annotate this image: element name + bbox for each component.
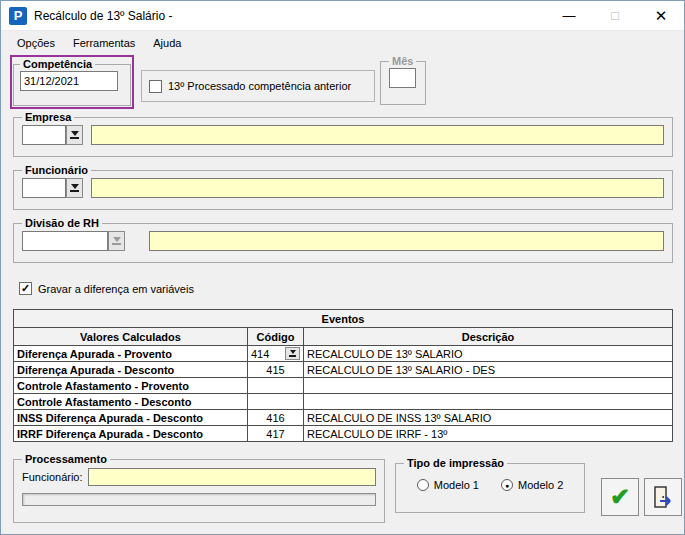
radio-circle-icon [417,479,429,491]
recalculo-window: P Recálculo de 13º Salário - — □ ✕ Opçõe… [0,0,685,535]
valores-cell: Controle Afastamento - Provento [14,378,248,394]
divisao-rh-name-input[interactable] [149,231,664,251]
dropdown-arrow-icon [71,184,79,189]
gravar-variaveis-checkbox[interactable]: ✓ [19,282,32,295]
competencia-highlight: Competência [10,55,134,109]
col-codigo: Código [248,328,304,346]
dialog-content: Competência 13º Processado competência a… [1,54,684,535]
evento-row: Diferença Apurada - Provento 414 RECALCU… [14,346,673,362]
evento-row: INSS Diferença Apurada - Desconto 416 RE… [14,410,673,426]
minimize-button[interactable]: — [546,1,592,30]
menubar: Opções Ferramentas Ajuda [1,31,684,54]
codigo-value: 414 [251,348,269,360]
codigo-cell [248,378,304,394]
col-valores-calculados: Valores Calculados [14,328,248,346]
maximize-icon: □ [611,8,619,23]
exit-button[interactable] [644,478,682,516]
competencia-label: Competência [20,58,95,70]
app-icon: P [9,7,27,25]
caption-buttons: — □ ✕ [546,1,684,30]
confirm-button[interactable]: ✔ [601,478,639,516]
eventos-title: Eventos [14,310,673,328]
progress-bar [22,493,376,506]
dropdown-underline-icon [70,190,79,192]
maximize-button[interactable]: □ [592,1,638,30]
empresa-name-input[interactable] [91,125,664,145]
radio-circle-icon: ● [501,479,513,491]
processamento-funcionario-label: Funcionário: [22,471,83,483]
codigo-cell: 414 [248,346,304,362]
mes-group: Mês [380,55,426,105]
eventos-table: Eventos Valores Calculados Código Descri… [13,309,673,442]
empresa-label: Empresa [22,111,74,123]
processamento-group: Processamento Funcionário: [13,453,385,523]
descricao-cell: RECALCULO DE IRRF - 13º [304,426,673,442]
confirm-check-icon: ✔ [610,485,630,509]
funcionario-group: Funcionário [13,164,673,210]
dropdown-underline-icon [112,243,121,245]
app-icon-letter: P [14,8,23,23]
funcionario-row [22,178,664,198]
descricao-cell: RECALCULO DE 13º SALARIO - DES [304,362,673,378]
descricao-cell: RECALCULO DE 13º SALARIO [304,346,673,362]
menu-opcoes[interactable]: Opções [8,34,64,52]
empresa-code-input[interactable] [22,125,66,145]
valores-cell: INSS Diferença Apurada - Desconto [14,410,248,426]
mes-input[interactable] [389,68,416,88]
divisao-rh-lookup-button [108,231,125,251]
competencia-group: Competência [13,58,131,106]
radio-modelo-2[interactable]: ● Modelo 2 [501,479,563,491]
competencia-input[interactable] [20,71,118,91]
gravar-variaveis-label: Gravar a diferença em variáveis [38,283,194,295]
dropdown-arrow-icon [71,131,79,136]
mes-label: Mês [389,55,416,67]
processamento-row: Funcionário: [22,468,376,486]
gravar-variaveis-row: ✓ Gravar a diferença em variáveis [19,282,194,295]
menu-ferramentas[interactable]: Ferramentas [64,34,144,52]
descricao-cell [304,378,673,394]
dropdown-underline-icon [70,137,79,139]
descricao-cell: RECALCULO DE INSS 13º SALARIO [304,410,673,426]
funcionario-code-input[interactable] [22,178,66,198]
col-descricao: Descrição [304,328,673,346]
valores-cell: Controle Afastamento - Desconto [14,394,248,410]
tipo-impressao-group: Tipo de impressão Modelo 1 ● Modelo 2 [395,457,585,513]
codigo-dropdown-button[interactable] [285,347,300,360]
codigo-cell [248,394,304,410]
valores-cell: IRRF Diferença Apurada - Desconto [14,426,248,442]
dropdown-arrow-icon [113,237,121,242]
empresa-group: Empresa [13,111,673,157]
close-icon: ✕ [655,7,668,25]
codigo-cell: 417 [248,426,304,442]
divisao-rh-group: Divisão de RH [13,217,673,263]
radio-modelo-1[interactable]: Modelo 1 [417,479,479,491]
funcionario-name-input[interactable] [91,178,664,198]
valores-cell: Diferença Apurada - Desconto [14,362,248,378]
codigo-cell: 416 [248,410,304,426]
descricao-cell [304,394,673,410]
funcionario-label: Funcionário [22,164,91,176]
processamento-label: Processamento [22,453,110,465]
minimize-icon: — [563,8,576,23]
empresa-row [22,125,664,145]
evento-row: Controle Afastamento - Desconto [14,394,673,410]
eventos-title-row: Eventos [14,310,673,328]
close-button[interactable]: ✕ [638,1,684,30]
evento-row: Diferença Apurada - Desconto 415 RECALCU… [14,362,673,378]
evento-row: Controle Afastamento - Provento [14,378,673,394]
evento-row: IRRF Diferença Apurada - Desconto 417 RE… [14,426,673,442]
codigo-combo: 414 [251,347,300,360]
radio-dot: ● [505,482,509,489]
processado-anterior-label: 13º Processado competência anterior [168,80,351,92]
processamento-funcionario-input[interactable] [88,468,376,486]
window-title: Recálculo de 13º Salário - [34,9,546,23]
divisao-rh-row [22,231,664,251]
dropdown-arrow-icon [290,350,296,354]
empresa-lookup-button[interactable] [66,125,83,145]
funcionario-lookup-button[interactable] [66,178,83,198]
divisao-rh-code-input[interactable] [22,231,108,251]
tipo-impressao-label: Tipo de impressão [404,457,507,469]
processado-anterior-checkbox[interactable] [149,80,162,93]
valores-cell: Diferença Apurada - Provento [14,346,248,362]
menu-ajuda[interactable]: Ajuda [144,34,190,52]
